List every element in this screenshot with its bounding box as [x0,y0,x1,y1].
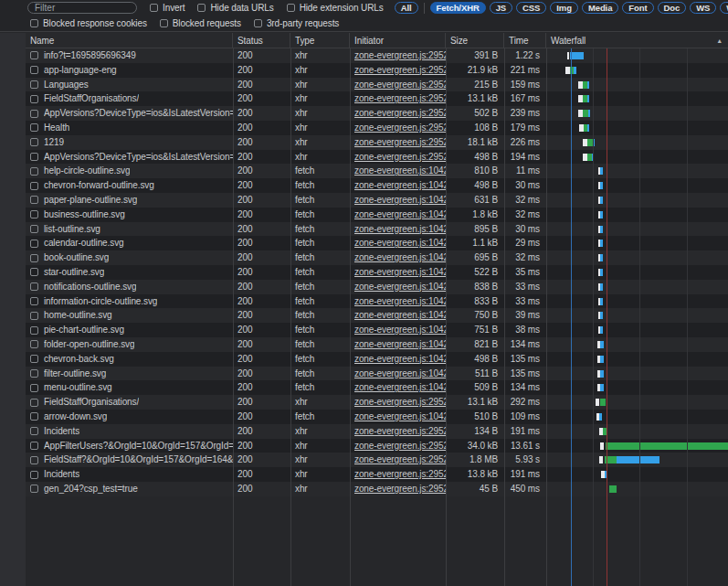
request-name-cell[interactable]: app-language-eng [26,63,233,78]
waterfall-cell[interactable] [546,208,728,222]
row-checkbox[interactable] [30,340,38,348]
waterfall-cell[interactable] [546,193,728,208]
table-row[interactable]: list-outline.svg200fetchzone-evergreen.j… [26,222,728,237]
checkbox-icon[interactable] [287,4,295,12]
waterfall-cell[interactable] [546,78,728,92]
filter-pill-all[interactable]: All [395,2,418,14]
waterfall-cell[interactable] [546,367,728,381]
table-row[interactable]: AppFilterUsers?&OrgId=10&OrgId=157&OrgId… [26,439,728,453]
request-name-cell[interactable]: information-circle-outline.svg [26,294,233,309]
request-name-cell[interactable]: Incidents [26,467,233,482]
row-checkbox[interactable] [30,110,38,118]
row-checkbox[interactable] [30,312,38,320]
row-checkbox[interactable] [30,167,38,176]
initiator-link[interactable]: zone-evergreen.js:2952 [354,397,446,407]
initiator-link[interactable]: zone-evergreen.js:1042 [354,339,446,349]
request-name-cell[interactable]: help-circle-outline.svg [26,164,233,178]
waterfall-cell[interactable] [546,424,728,439]
waterfall-cell[interactable] [546,250,728,265]
waterfall-cell[interactable] [546,467,728,482]
checkbox-icon[interactable] [254,19,262,27]
checkbox-hide-extension-urls[interactable]: Hide extension URLs [287,3,384,13]
initiator-link[interactable]: zone-evergreen.js:2952 [354,454,446,464]
row-checkbox[interactable] [30,442,38,450]
request-name-cell[interactable]: menu-outline.svg [26,380,233,395]
filter-pill-js[interactable]: JS [490,2,512,14]
checkbox-icon[interactable] [150,4,158,12]
checkbox-icon[interactable] [160,19,168,27]
checkbox-blocked-requests[interactable]: Blocked requests [160,18,241,28]
request-name-cell[interactable]: list-outline.svg [26,222,233,237]
request-name-cell[interactable]: filter-outline.svg [26,367,233,381]
waterfall-cell[interactable] [546,337,728,352]
filter-pill-doc[interactable]: Doc [658,2,687,14]
request-name-cell[interactable]: gen_204?csp_test=true [26,482,233,496]
row-checkbox[interactable] [30,369,38,378]
table-row[interactable]: business-outline.svg200fetchzone-evergre… [26,208,728,222]
waterfall-cell[interactable] [546,323,728,337]
row-checkbox[interactable] [30,485,38,493]
row-checkbox[interactable] [30,240,38,248]
row-checkbox[interactable] [30,123,38,132]
waterfall-cell[interactable] [546,48,728,63]
table-row[interactable]: app-language-eng200xhrzone-evergreen.js:… [26,63,728,78]
request-name-cell[interactable]: paper-plane-outline.svg [26,193,233,208]
waterfall-cell[interactable] [546,236,728,250]
waterfall-cell[interactable] [546,410,728,424]
initiator-link[interactable]: zone-evergreen.js:1042 [354,354,446,364]
table-row[interactable]: folder-open-outline.svg200fetchzone-ever… [26,337,728,352]
initiator-link[interactable]: zone-evergreen.js:1042 [354,209,446,219]
table-row[interactable]: Languages200xhrzone-evergreen.js:2952215… [26,78,728,92]
request-name-cell[interactable]: Health [26,121,233,135]
request-name-cell[interactable]: folder-open-outline.svg [26,337,233,352]
sort-ascending-icon[interactable]: ▲ [716,33,723,48]
initiator-link[interactable]: zone-evergreen.js:2952 [354,123,446,133]
table-row[interactable]: paper-plane-outline.svg200fetchzone-ever… [26,193,728,208]
table-row[interactable]: book-outline.svg200fetchzone-evergreen.j… [26,250,728,265]
column-header-type[interactable]: Type [290,33,350,48]
row-checkbox[interactable] [30,427,38,435]
row-checkbox[interactable] [30,210,38,218]
waterfall-cell[interactable] [546,121,728,135]
request-name-cell[interactable]: FieldStaffOrganisations/ [26,91,233,106]
request-name-cell[interactable]: AppVersions?DeviceType=ios&IsLatestVersi… [26,106,233,121]
initiator-link[interactable]: zone-evergreen.js:2952 [354,152,446,162]
waterfall-cell[interactable] [546,352,728,367]
table-row[interactable]: Incidents200xhrzone-evergreen.js:295213.… [26,467,728,482]
table-row[interactable]: gen_204?csp_test=true200xhrzone-evergree… [26,482,728,496]
filter-pill-ws[interactable]: WS [690,2,716,14]
table-row[interactable]: help-circle-outline.svg200fetchzone-ever… [26,164,728,178]
waterfall-cell[interactable] [546,308,728,323]
row-checkbox[interactable] [30,80,38,89]
waterfall-cell[interactable] [546,439,728,453]
table-row[interactable]: information-circle-outline.svg200fetchzo… [26,294,728,309]
waterfall-cell[interactable] [546,106,728,121]
waterfall-cell[interactable] [546,178,728,193]
table-row[interactable]: Incidents200xhrzone-evergreen.js:2952134… [26,424,728,439]
waterfall-cell[interactable] [546,91,728,106]
table-row[interactable]: menu-outline.svg200fetchzone-evergreen.j… [26,380,728,395]
column-header-time[interactable]: Time [504,33,546,48]
request-name-cell[interactable]: pie-chart-outline.svg [26,323,233,337]
row-checkbox[interactable] [30,153,38,161]
initiator-link[interactable]: zone-evergreen.js:1042 [354,382,446,392]
initiator-link[interactable]: zone-evergreen.js:2952 [354,80,446,90]
row-checkbox[interactable] [30,297,38,305]
table-row[interactable]: calendar-outline.svg200fetchzone-evergre… [26,236,728,250]
column-header-initiator[interactable]: Initiator [350,33,446,48]
initiator-link[interactable]: zone-evergreen.js:2952 [354,426,446,436]
initiator-link[interactable]: zone-evergreen.js:1042 [354,325,446,335]
initiator-link[interactable]: zone-evergreen.js:1042 [354,252,446,262]
row-checkbox[interactable] [30,182,38,190]
initiator-link[interactable]: zone-evergreen.js:1042 [354,180,446,190]
table-row[interactable]: star-outline.svg200fetchzone-evergreen.j… [26,265,728,280]
initiator-link[interactable]: zone-evergreen.js:1042 [354,165,446,176]
row-checkbox[interactable] [30,399,38,407]
row-checkbox[interactable] [30,95,38,103]
initiator-link[interactable]: zone-evergreen.js:1042 [354,296,446,306]
filter-pill-wasm[interactable]: Wasm [720,2,728,14]
request-name-cell[interactable]: star-outline.svg [26,265,233,280]
request-name-cell[interactable]: FieldStaffOrganisations/ [26,395,233,410]
request-name-cell[interactable]: chevron-back.svg [26,352,233,367]
row-checkbox[interactable] [30,326,38,335]
